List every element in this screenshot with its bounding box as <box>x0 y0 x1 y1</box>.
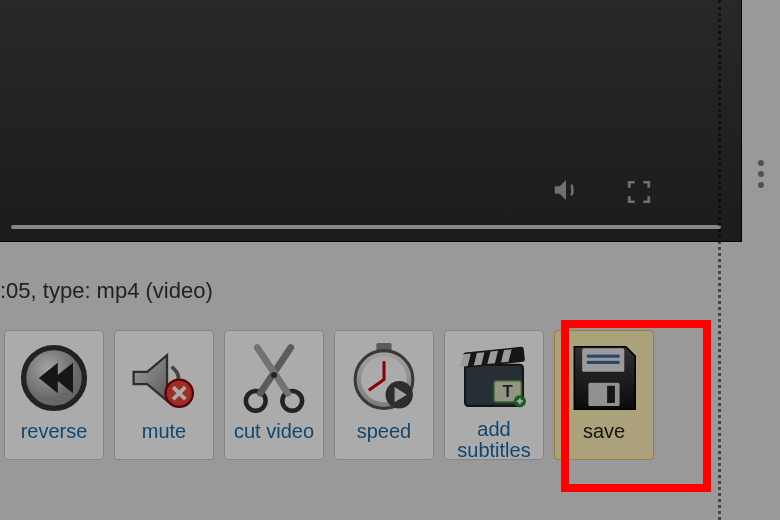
svg-rect-18 <box>582 348 624 371</box>
stopwatch-play-icon <box>344 339 424 417</box>
rewind-icon <box>14 339 94 417</box>
svg-rect-20 <box>587 361 620 364</box>
editing-toolbar: reverse mute <box>4 330 654 460</box>
more-icon[interactable] <box>758 160 764 188</box>
file-info-text: :05, type: mp4 (video) <box>0 278 213 304</box>
app-viewport: :05, type: mp4 (video) reverse <box>0 0 780 520</box>
reverse-button[interactable]: reverse <box>4 330 104 460</box>
svg-rect-22 <box>607 386 615 403</box>
volume-icon[interactable] <box>551 175 581 205</box>
tool-label: reverse <box>21 421 88 442</box>
panel-divider <box>718 0 721 520</box>
tool-label: mute <box>142 421 186 442</box>
fullscreen-icon[interactable] <box>626 179 652 205</box>
mute-button[interactable]: mute <box>114 330 214 460</box>
svg-text:T: T <box>503 382 514 401</box>
clapperboard-subtitle-icon: T <box>454 339 534 415</box>
scissors-icon <box>234 339 314 417</box>
save-button[interactable]: save <box>554 330 654 460</box>
tool-label: save <box>583 421 625 442</box>
svg-point-4 <box>271 372 277 378</box>
video-player[interactable] <box>0 0 742 242</box>
tool-label: cut video <box>234 421 314 442</box>
speed-button[interactable]: speed <box>334 330 434 460</box>
tool-label: speed <box>357 421 412 442</box>
svg-rect-19 <box>587 355 620 358</box>
speaker-mute-icon <box>124 339 204 417</box>
tool-label: add subtitles <box>449 419 539 461</box>
cut-video-button[interactable]: cut video <box>224 330 324 460</box>
add-subtitles-button[interactable]: T add subtitles <box>444 330 544 460</box>
video-progress-bar[interactable] <box>11 225 721 229</box>
floppy-disk-icon <box>564 339 644 417</box>
